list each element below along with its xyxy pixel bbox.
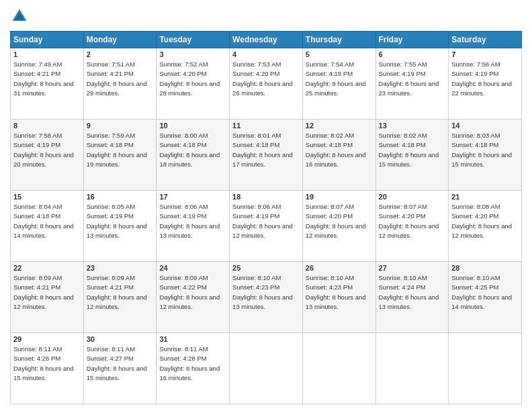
calendar-cell: 22Sunrise: 8:09 AMSunset: 4:21 PMDayligh… <box>11 262 84 333</box>
calendar-cell: 10Sunrise: 8:00 AMSunset: 4:18 PMDayligh… <box>157 120 230 191</box>
calendar-cell: 1Sunrise: 7:49 AMSunset: 4:21 PMDaylight… <box>11 48 84 120</box>
week-row-1: 1Sunrise: 7:49 AMSunset: 4:21 PMDaylight… <box>11 48 522 120</box>
calendar-cell: 14Sunrise: 8:03 AMSunset: 4:18 PMDayligh… <box>449 120 522 191</box>
weekday-header-row: SundayMondayTuesdayWednesdayThursdayFrid… <box>11 32 522 48</box>
week-row-3: 15Sunrise: 8:04 AMSunset: 4:18 PMDayligh… <box>11 191 522 262</box>
day-number: 24 <box>159 264 226 272</box>
day-info: Sunrise: 7:56 AMSunset: 4:19 PMDaylight:… <box>451 60 519 98</box>
day-info: Sunrise: 8:10 AMSunset: 4:23 PMDaylight:… <box>306 273 373 312</box>
day-number: 23 <box>87 264 154 272</box>
day-info: Sunrise: 7:54 AMSunset: 4:19 PMDaylight:… <box>306 60 373 98</box>
calendar-table: SundayMondayTuesdayWednesdayThursdayFrid… <box>10 31 522 404</box>
day-info: Sunrise: 8:09 AMSunset: 4:21 PMDaylight:… <box>13 273 81 312</box>
calendar-cell: 25Sunrise: 8:10 AMSunset: 4:23 PMDayligh… <box>230 262 303 333</box>
calendar-cell <box>449 333 522 404</box>
week-row-2: 8Sunrise: 7:58 AMSunset: 4:19 PMDaylight… <box>11 120 522 191</box>
calendar-cell: 18Sunrise: 8:06 AMSunset: 4:19 PMDayligh… <box>230 191 303 262</box>
calendar-cell: 6Sunrise: 7:55 AMSunset: 4:19 PMDaylight… <box>375 48 449 120</box>
calendar-cell: 17Sunrise: 8:06 AMSunset: 4:19 PMDayligh… <box>157 191 230 262</box>
calendar-cell: 29Sunrise: 8:11 AMSunset: 4:26 PMDayligh… <box>11 333 84 404</box>
calendar-cell: 9Sunrise: 7:59 AMSunset: 4:18 PMDaylight… <box>83 120 157 191</box>
day-number: 20 <box>379 193 446 201</box>
day-info: Sunrise: 8:02 AMSunset: 4:18 PMDaylight:… <box>379 131 446 169</box>
day-info: Sunrise: 8:02 AMSunset: 4:18 PMDaylight:… <box>306 131 373 169</box>
day-number: 25 <box>232 264 300 272</box>
day-number: 4 <box>232 50 300 58</box>
week-row-5: 29Sunrise: 8:11 AMSunset: 4:26 PMDayligh… <box>11 333 522 404</box>
day-info: Sunrise: 8:09 AMSunset: 4:22 PMDaylight:… <box>159 273 226 312</box>
day-number: 19 <box>306 193 373 201</box>
day-info: Sunrise: 8:03 AMSunset: 4:18 PMDaylight:… <box>451 131 519 169</box>
day-number: 8 <box>13 122 81 130</box>
day-number: 18 <box>232 193 300 201</box>
day-info: Sunrise: 8:10 AMSunset: 4:25 PMDaylight:… <box>451 273 519 312</box>
day-number: 30 <box>87 335 154 343</box>
day-info: Sunrise: 8:10 AMSunset: 4:23 PMDaylight:… <box>232 273 300 312</box>
day-info: Sunrise: 7:59 AMSunset: 4:18 PMDaylight:… <box>87 131 154 169</box>
weekday-header-saturday: Saturday <box>449 32 522 48</box>
calendar-cell: 26Sunrise: 8:10 AMSunset: 4:23 PMDayligh… <box>302 262 375 333</box>
day-number: 12 <box>306 122 373 130</box>
day-info: Sunrise: 8:04 AMSunset: 4:18 PMDaylight:… <box>13 202 81 240</box>
day-number: 6 <box>379 50 446 58</box>
weekday-header-friday: Friday <box>375 32 449 48</box>
calendar-cell: 24Sunrise: 8:09 AMSunset: 4:22 PMDayligh… <box>157 262 230 333</box>
day-info: Sunrise: 8:06 AMSunset: 4:19 PMDaylight:… <box>159 202 226 240</box>
calendar-cell: 27Sunrise: 8:10 AMSunset: 4:24 PMDayligh… <box>375 262 449 333</box>
calendar-cell: 19Sunrise: 8:07 AMSunset: 4:20 PMDayligh… <box>302 191 375 262</box>
calendar-cell: 12Sunrise: 8:02 AMSunset: 4:18 PMDayligh… <box>302 120 375 191</box>
header <box>10 7 522 26</box>
day-number: 5 <box>306 50 373 58</box>
day-number: 22 <box>13 264 81 272</box>
day-info: Sunrise: 8:11 AMSunset: 4:26 PMDaylight:… <box>13 345 81 383</box>
weekday-header-wednesday: Wednesday <box>230 32 303 48</box>
calendar-cell: 11Sunrise: 8:01 AMSunset: 4:18 PMDayligh… <box>230 120 303 191</box>
calendar-cell: 8Sunrise: 7:58 AMSunset: 4:19 PMDaylight… <box>11 120 84 191</box>
calendar-cell: 2Sunrise: 7:51 AMSunset: 4:21 PMDaylight… <box>83 48 157 120</box>
day-number: 7 <box>451 50 519 58</box>
calendar-cell: 4Sunrise: 7:53 AMSunset: 4:20 PMDaylight… <box>230 48 303 120</box>
day-number: 29 <box>13 335 81 343</box>
logo <box>10 7 30 26</box>
page: SundayMondayTuesdayWednesdayThursdayFrid… <box>0 0 532 411</box>
calendar-cell: 5Sunrise: 7:54 AMSunset: 4:19 PMDaylight… <box>302 48 375 120</box>
day-number: 1 <box>13 50 81 58</box>
calendar-cell <box>302 333 375 404</box>
day-info: Sunrise: 8:01 AMSunset: 4:18 PMDaylight:… <box>232 131 300 169</box>
day-number: 2 <box>87 50 154 58</box>
day-number: 10 <box>159 122 226 130</box>
day-info: Sunrise: 8:07 AMSunset: 4:20 PMDaylight:… <box>306 202 373 240</box>
day-info: Sunrise: 8:00 AMSunset: 4:18 PMDaylight:… <box>159 131 226 169</box>
calendar-cell: 15Sunrise: 8:04 AMSunset: 4:18 PMDayligh… <box>11 191 84 262</box>
day-info: Sunrise: 7:55 AMSunset: 4:19 PMDaylight:… <box>379 60 446 98</box>
day-info: Sunrise: 8:07 AMSunset: 4:20 PMDaylight:… <box>379 202 446 240</box>
day-info: Sunrise: 7:49 AMSunset: 4:21 PMDaylight:… <box>13 60 81 98</box>
calendar-cell <box>230 333 303 404</box>
day-info: Sunrise: 8:10 AMSunset: 4:24 PMDaylight:… <box>379 273 446 312</box>
logo-icon <box>10 7 29 26</box>
day-number: 9 <box>87 122 154 130</box>
week-row-4: 22Sunrise: 8:09 AMSunset: 4:21 PMDayligh… <box>11 262 522 333</box>
calendar-cell: 3Sunrise: 7:52 AMSunset: 4:20 PMDaylight… <box>157 48 230 120</box>
calendar-cell: 31Sunrise: 8:11 AMSunset: 4:28 PMDayligh… <box>157 333 230 404</box>
day-info: Sunrise: 8:05 AMSunset: 4:19 PMDaylight:… <box>87 202 154 240</box>
calendar-cell: 20Sunrise: 8:07 AMSunset: 4:20 PMDayligh… <box>375 191 449 262</box>
day-info: Sunrise: 8:11 AMSunset: 4:27 PMDaylight:… <box>87 345 154 383</box>
day-info: Sunrise: 7:58 AMSunset: 4:19 PMDaylight:… <box>13 131 81 169</box>
day-number: 11 <box>232 122 300 130</box>
day-number: 26 <box>306 264 373 272</box>
day-number: 27 <box>379 264 446 272</box>
day-number: 21 <box>451 193 519 201</box>
calendar-cell <box>375 333 449 404</box>
calendar-cell: 7Sunrise: 7:56 AMSunset: 4:19 PMDaylight… <box>449 48 522 120</box>
day-info: Sunrise: 8:09 AMSunset: 4:21 PMDaylight:… <box>87 273 154 312</box>
day-info: Sunrise: 7:53 AMSunset: 4:20 PMDaylight:… <box>232 60 300 98</box>
calendar-cell: 23Sunrise: 8:09 AMSunset: 4:21 PMDayligh… <box>83 262 157 333</box>
calendar-cell: 21Sunrise: 8:08 AMSunset: 4:20 PMDayligh… <box>449 191 522 262</box>
weekday-header-tuesday: Tuesday <box>157 32 230 48</box>
day-info: Sunrise: 7:51 AMSunset: 4:21 PMDaylight:… <box>87 60 154 98</box>
day-number: 16 <box>87 193 154 201</box>
day-number: 28 <box>451 264 519 272</box>
day-info: Sunrise: 7:52 AMSunset: 4:20 PMDaylight:… <box>159 60 226 98</box>
calendar-cell: 13Sunrise: 8:02 AMSunset: 4:18 PMDayligh… <box>375 120 449 191</box>
